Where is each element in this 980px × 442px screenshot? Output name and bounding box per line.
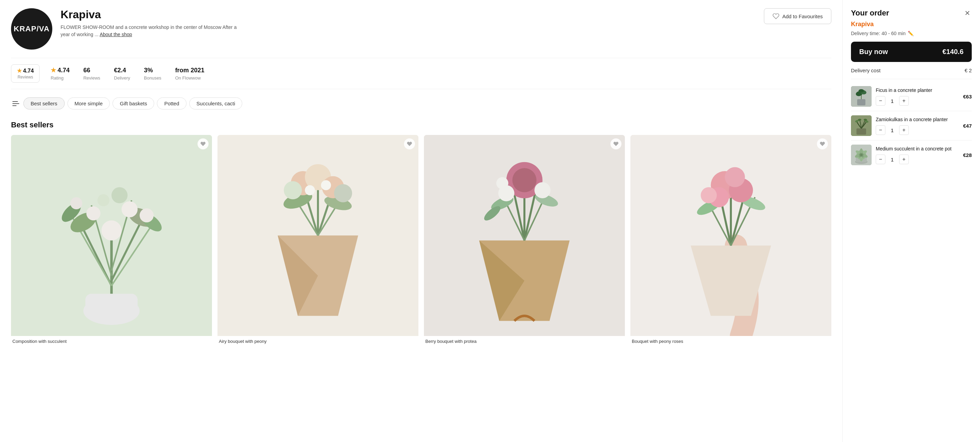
product-card-4[interactable]: Bouquet with peony roses — [630, 135, 831, 345]
order-shop-name: Krapiva — [851, 21, 972, 28]
delivery-cost-value: € 2 — [964, 67, 972, 73]
categories-section: Best sellers More simple Gift baskets Po… — [11, 95, 831, 112]
order-item-3-quantity-control: − 1 + — [876, 155, 959, 164]
order-item-1-price: €63 — [963, 94, 972, 99]
stat-rating: ★ 4.74 Rating — [51, 67, 70, 81]
order-item-2-quantity-control: − 1 + — [876, 125, 959, 135]
product-image-3 — [424, 135, 625, 336]
shop-header: KRAP/VA Krapiva FLOWER SHOW-ROOM and a c… — [11, 8, 831, 49]
svg-rect-75 — [856, 128, 866, 135]
svg-point-20 — [97, 194, 110, 206]
reviews-value: 66 — [83, 67, 90, 74]
about-shop-link[interactable]: About the shop — [100, 32, 132, 37]
order-item-3-quantity: 1 — [889, 156, 895, 163]
edit-delivery-icon[interactable]: ✏️ — [908, 30, 913, 36]
svg-point-19 — [111, 187, 128, 203]
badge-value: ★ 4.74 — [17, 67, 34, 74]
order-item-1-info: Ficus in a concrete planter − 1 + — [876, 87, 959, 106]
order-item-1-image — [851, 86, 872, 107]
category-tab-gift-baskets[interactable]: Gift baskets — [113, 97, 154, 110]
svg-point-15 — [86, 206, 100, 220]
order-item-1-name: Ficus in a concrete planter — [876, 87, 959, 93]
product-1-favourite-button[interactable] — [197, 138, 208, 149]
product-3-name: Berry bouquet with protea — [424, 336, 625, 345]
shop-logo-text: KRAP/VA — [14, 24, 49, 34]
svg-point-87 — [860, 148, 863, 153]
filter-icon[interactable] — [11, 99, 21, 109]
category-tab-potted[interactable]: Potted — [157, 97, 186, 110]
svg-point-34 — [284, 181, 302, 199]
product-card-2[interactable]: Airy bouquet with peony — [218, 135, 418, 345]
close-order-button[interactable]: ✕ — [963, 8, 972, 18]
order-item-2-price: €47 — [963, 123, 972, 129]
delivery-cost-row: Delivery cost € 2 — [851, 67, 972, 73]
svg-point-14 — [102, 220, 121, 240]
svg-point-90 — [860, 156, 863, 161]
order-item-2-name: Zamiokulkas in a concrete planter — [876, 116, 959, 123]
shop-name: Krapiva — [60, 8, 756, 21]
order-item-1-quantity: 1 — [889, 98, 895, 104]
product-image-4 — [630, 135, 831, 336]
product-card-1[interactable]: Composition with succulent — [11, 135, 212, 345]
order-total: €140.6 — [942, 48, 964, 56]
category-tab-best-sellers[interactable]: Best sellers — [24, 97, 65, 110]
product-2-name: Airy bouquet with peony — [218, 336, 418, 345]
bonuses-value: 3% — [144, 67, 153, 74]
svg-point-50 — [512, 168, 536, 192]
order-item-2-increase-button[interactable]: + — [899, 125, 909, 135]
section-title: Best sellers — [11, 120, 831, 129]
order-item-1-increase-button[interactable]: + — [899, 96, 909, 106]
product-3-favourite-button[interactable] — [611, 138, 622, 149]
product-2-favourite-button[interactable] — [404, 138, 415, 149]
stat-delivery: €2.4 Delivery — [114, 67, 130, 81]
buy-now-button[interactable]: Buy now €140.6 — [851, 41, 972, 62]
category-tab-succulents-cacti[interactable]: Succulents, cacti — [189, 97, 243, 110]
buy-now-label: Buy now — [859, 48, 888, 56]
svg-point-37 — [321, 180, 331, 190]
product-1-name: Composition with succulent — [11, 336, 212, 345]
order-item-3-image — [851, 145, 872, 165]
svg-point-52 — [535, 182, 550, 198]
order-title: Your order — [851, 9, 889, 18]
order-item-3: Medium succulent in a concrete pot − 1 +… — [851, 140, 972, 169]
product-4-favourite-button[interactable] — [817, 138, 828, 149]
svg-point-17 — [70, 197, 82, 209]
delivery-value: €2.4 — [114, 67, 126, 74]
order-item-3-price: €28 — [963, 152, 972, 158]
stat-bonuses: 3% Bonuses — [144, 67, 161, 81]
products-grid: Composition with succulent — [11, 135, 831, 345]
order-item-1: Ficus in a concrete planter − 1 + €63 — [851, 82, 972, 111]
order-item-1-quantity-control: − 1 + — [876, 96, 959, 106]
stats-row: ★ 4.74 Rating 66 Reviews €2.4 Delivery 3… — [42, 64, 831, 83]
order-item-2-info: Zamiokulkas in a concrete planter − 1 + — [876, 116, 959, 135]
order-item-1-decrease-button[interactable]: − — [876, 96, 885, 106]
svg-point-66 — [725, 167, 745, 187]
order-panel: Your order ✕ Krapiva Delivery time: 40 -… — [842, 0, 980, 442]
delivery-time: Delivery time: 40 - 60 min ✏️ — [851, 30, 972, 36]
order-item-2-decrease-button[interactable]: − — [876, 125, 885, 135]
shop-logo: KRAP/VA — [11, 8, 52, 49]
svg-point-18 — [140, 208, 154, 222]
svg-point-35 — [334, 184, 352, 203]
order-item-3-increase-button[interactable]: + — [899, 155, 909, 164]
svg-point-67 — [701, 187, 717, 203]
stat-reviews: 66 Reviews — [83, 67, 100, 81]
order-item-3-name: Medium succulent in a concrete pot — [876, 145, 959, 152]
heart-icon — [773, 13, 780, 20]
shop-description: FLOWER SHOW-ROOM and a concrete workshop… — [60, 24, 240, 38]
order-item-3-decrease-button[interactable]: − — [876, 155, 885, 164]
order-item-3-info: Medium succulent in a concrete pot − 1 + — [876, 145, 959, 164]
order-header: Your order ✕ — [851, 8, 972, 18]
add-to-favourites-button[interactable]: Add to Favourites — [764, 8, 831, 24]
product-image-1 — [11, 135, 212, 336]
product-card-3[interactable]: Berry bouquet with protea — [424, 135, 625, 345]
main-content: KRAP/VA Krapiva FLOWER SHOW-ROOM and a c… — [0, 0, 842, 442]
svg-point-86 — [860, 154, 862, 156]
product-4-name: Bouquet with peony roses — [630, 336, 831, 345]
add-favourites-label: Add to Favourites — [782, 13, 823, 19]
svg-rect-69 — [857, 99, 865, 105]
order-item-2-quantity: 1 — [889, 128, 895, 133]
category-tab-more-simple[interactable]: More simple — [67, 97, 110, 110]
product-image-2 — [218, 135, 418, 336]
order-item-2: Zamiokulkas in a concrete planter − 1 + … — [851, 111, 972, 140]
